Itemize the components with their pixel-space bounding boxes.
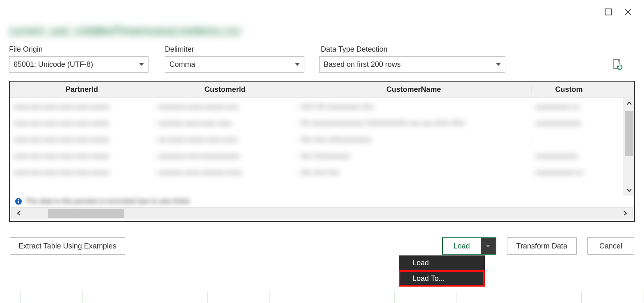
file-origin-label: File Origin (9, 45, 165, 54)
delimiter-value: Comma (169, 60, 195, 69)
maximize-icon[interactable] (604, 7, 613, 16)
delimiter-select[interactable]: Comma (165, 56, 304, 73)
column-header-partnerid[interactable]: PartnerId (10, 85, 154, 94)
menu-item-load-to[interactable]: Load To... (399, 270, 485, 287)
load-button[interactable]: Load (443, 238, 481, 254)
scrollbar-thumb[interactable] (48, 209, 124, 218)
table-header-row: PartnerId CustomerId CustomerName Custom (10, 82, 634, 98)
table-row[interactable]: xxxx-xxx-xxxx-xxxx-xxxx-xxxxx xxxxxxx-xx… (10, 114, 634, 131)
menu-item-load[interactable]: Load (399, 255, 485, 270)
load-split-button: Load Load Load To... (442, 237, 496, 255)
close-icon[interactable] (623, 7, 633, 16)
info-row: The data in the preview is truncated due… (10, 196, 634, 207)
scroll-right-icon[interactable] (618, 207, 632, 219)
scrollbar-track[interactable] (624, 109, 634, 185)
data-type-label: Data Type Detection (321, 45, 507, 54)
scrollbar-thumb[interactable] (625, 111, 633, 156)
chevron-down-icon (486, 245, 491, 248)
scroll-left-icon[interactable] (12, 207, 26, 219)
horizontal-scrollbar[interactable] (11, 207, 633, 219)
file-origin-select[interactable]: 65001: Unicode (UTF-8) (9, 56, 148, 73)
column-header-customername[interactable]: CustomerName (296, 85, 532, 94)
dialog-title: current_usd_UnbilledTimeInvoiceLineItems… (9, 25, 635, 38)
svg-rect-0 (605, 9, 612, 15)
extract-table-button[interactable]: Extract Table Using Examples (10, 237, 125, 255)
info-text: The data in the preview is truncated due… (25, 197, 191, 205)
svg-rect-6 (18, 199, 19, 200)
column-header-custom[interactable]: Custom (532, 85, 606, 94)
chevron-down-icon (496, 63, 501, 66)
data-type-select[interactable]: Based on first 200 rows (319, 56, 505, 73)
vertical-scrollbar[interactable] (623, 98, 634, 196)
scroll-up-icon[interactable] (624, 98, 634, 109)
transform-data-button[interactable]: Transform Data (507, 237, 577, 255)
scrollbar-track[interactable] (26, 207, 618, 219)
svg-rect-5 (18, 201, 19, 203)
chevron-down-icon (139, 63, 144, 66)
delimiter-label: Delimiter (165, 45, 321, 54)
window-controls (604, 7, 633, 16)
table-row[interactable]: xxxx-xxx-xxxx-xxxx-xxxx-xxxxx xx-xxxxx-x… (10, 131, 634, 147)
load-dropdown-button[interactable] (481, 238, 496, 254)
refresh-icon[interactable] (612, 59, 623, 70)
cancel-button[interactable]: Cancel (587, 237, 634, 255)
load-dropdown-menu: Load Load To... (399, 255, 485, 287)
preview-table: PartnerId CustomerId CustomerName Custom… (9, 81, 635, 222)
table-row[interactable]: xxxx-xxx-xxxx-xxxx-xxxx-xxxxx xxxxxxxx-x… (10, 147, 634, 164)
data-type-value: Based on first 200 rows (324, 60, 401, 69)
info-icon (15, 198, 22, 205)
column-header-customerid[interactable]: CustomerId (154, 85, 296, 94)
scroll-down-icon[interactable] (624, 185, 634, 196)
table-row[interactable]: xxxx-xxx-xxxx-xxxx-xxxx-xxxxx xxxxxxx-xx… (10, 164, 634, 180)
table-body: xxxx-xxx-xxxx-xxxx-xxxx-xxxxx xxxxxxxx-x… (10, 98, 634, 196)
chevron-down-icon (295, 63, 300, 66)
file-origin-value: 65001: Unicode (UTF-8) (14, 60, 93, 69)
spreadsheet-gridline (0, 291, 644, 303)
field-labels: File Origin Delimiter Data Type Detectio… (9, 45, 635, 54)
table-row[interactable]: xxxx-xxx-xxxx-xxxx-xxxx-xxxxx xxxxxxxx-x… (10, 98, 634, 114)
